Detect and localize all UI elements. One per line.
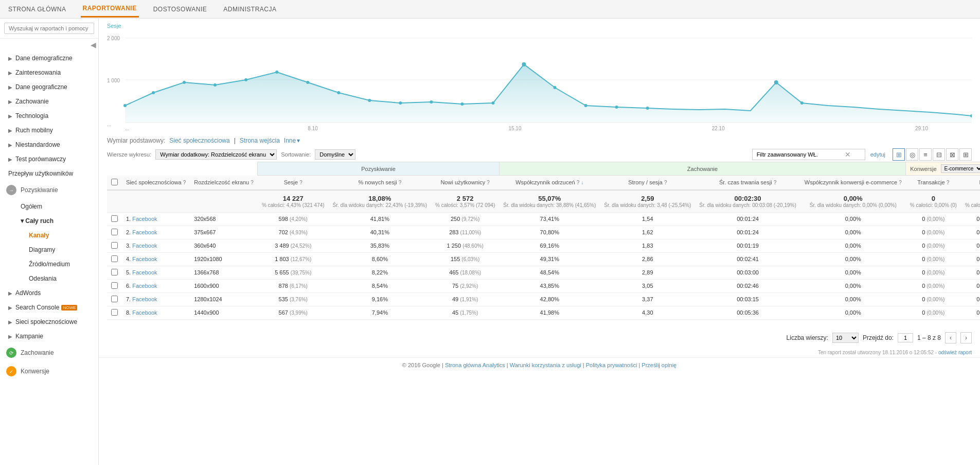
help-icon-sesje[interactable]: ?	[299, 180, 302, 185]
check-col-header	[107, 162, 122, 176]
nav-strona-glowna[interactable]: STRONA GŁÓWNA	[6, 2, 68, 17]
secondary-dimension-select[interactable]: Wymiar dodatkowy: Rozdzielczość ekranu	[155, 149, 277, 160]
table-row: 2. Facebook 375x667 702 (4,93%) 40,31% 2…	[107, 226, 980, 239]
filter-edit-link[interactable]: edytuj	[870, 151, 885, 158]
sidebar-item-dane-geograficzne[interactable]: ▶ Dane geograficzne	[0, 80, 98, 94]
dimension-option-inne[interactable]: Inne ▾	[284, 137, 300, 144]
network-link[interactable]: Facebook	[132, 229, 157, 235]
sidebar-section-zachowanie[interactable]: ⟳ Zachowanie	[0, 343, 98, 362]
sort-select[interactable]: Domyślne	[315, 149, 355, 160]
sidebar-item-adwords[interactable]: ▶ AdWords	[0, 286, 98, 300]
network-link[interactable]: Facebook	[132, 243, 157, 249]
sidebar-item-przeplyw[interactable]: Przepływ użytkowników	[0, 166, 98, 181]
help-icon-nowi[interactable]: ?	[487, 180, 490, 185]
help-icon-nowe[interactable]: ?	[399, 180, 402, 185]
svg-point-11	[244, 78, 247, 81]
lifetable-view-icon[interactable]: ⊞	[959, 148, 972, 161]
nav-raportowanie[interactable]: RAPORTOWANIE	[81, 1, 139, 18]
refresh-report-link[interactable]: odśwież raport	[938, 350, 972, 355]
help-icon-konwersja[interactable]: ?	[899, 180, 902, 185]
sidebar-item-ruch-mobilny[interactable]: ▶ Ruch mobilny	[0, 123, 98, 137]
row-checkbox[interactable]	[111, 242, 118, 249]
row-odrzucen: 73,41%	[499, 212, 600, 226]
footer-link-warunki[interactable]: Warunki korzystania z usługi	[510, 362, 581, 368]
network-link[interactable]: Facebook	[132, 256, 157, 262]
dimension-option-siec[interactable]: Sieć społecznościowa	[169, 137, 229, 144]
pie-view-icon[interactable]: ◎	[906, 148, 918, 161]
help-icon-czas[interactable]: ?	[774, 180, 777, 185]
filter-clear-icon[interactable]: ✕	[845, 150, 851, 159]
footer-link-analytics[interactable]: Strona główna Analytics	[445, 362, 505, 368]
help-icon-strony[interactable]: ?	[664, 180, 667, 185]
summary-nowi: 2 572 % całości: 3,57% (72 094)	[431, 190, 499, 213]
th-strony: Strony / sesja ?	[600, 176, 695, 190]
collapse-icon[interactable]: ◀	[91, 41, 96, 49]
row-checkbox[interactable]	[111, 215, 118, 222]
konwersje-group: Konwersje E-commerce	[906, 162, 980, 176]
rows-per-page-label: Liczba wierszy:	[787, 334, 828, 341]
row-res: 1920x1080	[190, 252, 258, 266]
compare-view-icon[interactable]: ⊠	[946, 148, 958, 161]
sidebar-item-caly-ruch[interactable]: ▾ Cały ruch	[8, 214, 98, 228]
sidebar-item-technologia[interactable]: ▶ Technologia	[0, 109, 98, 123]
rows-per-page-select[interactable]: 10 25 50 100 500 1000 5000	[832, 333, 859, 343]
sidebar-item-ogolam[interactable]: Ogółem	[8, 199, 98, 214]
next-page-button[interactable]: ›	[960, 332, 972, 343]
sidebar-item-zainteresowania[interactable]: ▶ Zainteresowania	[0, 65, 98, 80]
network-link[interactable]: Facebook	[132, 283, 157, 289]
sidebar-item-kampanie[interactable]: ▶ Kampanie	[0, 329, 98, 343]
sidebar-item-sieci[interactable]: ▶ Sieci społecznościowe	[0, 315, 98, 329]
network-link[interactable]: Facebook	[132, 296, 157, 302]
sidebar-item-dane-demograficzne[interactable]: ▶ Dane demograficzne	[0, 51, 98, 65]
help-icon-network[interactable]: ?	[183, 180, 186, 185]
help-icon-trans[interactable]: ?	[947, 180, 950, 185]
row-checkbox[interactable]	[111, 282, 118, 289]
sidebar-item-zrodlo-medium[interactable]: Źródło/medium	[8, 257, 98, 271]
network-link[interactable]: Facebook	[132, 216, 157, 222]
row-checkbox[interactable]	[111, 309, 118, 316]
summary-konwersja: 0,00% Śr. dla widoku danych: 0,00% (0,00…	[800, 190, 906, 213]
table-row: 3. Facebook 360x640 3 489 (24,52%) 35,83…	[107, 239, 980, 252]
select-all-checkbox[interactable]	[111, 179, 118, 185]
sidebar-item-search-console[interactable]: ▶ Search Console NOWE	[0, 300, 98, 315]
row-konwersja: 0,00%	[800, 212, 906, 226]
prev-page-button[interactable]: ‹	[945, 332, 956, 343]
row-num: 6. Facebook	[122, 279, 190, 292]
footer-link-polityka[interactable]: Polityka prywatności	[586, 362, 637, 368]
dimension-option-strona[interactable]: Strona wejścia	[240, 137, 280, 144]
row-nowi: 155 (6,03%)	[431, 252, 499, 266]
row-checkbox[interactable]	[111, 229, 118, 235]
row-przychody: 0,00 zł (0,00%)	[961, 266, 980, 279]
footer-link-opinia[interactable]: Prześlij opinię	[642, 362, 676, 368]
row-czas: 00:03:00	[695, 266, 800, 279]
help-icon-odrzucen[interactable]: ?	[577, 180, 580, 185]
sidebar-item-kanaly[interactable]: Kanały	[8, 228, 98, 243]
table-view-icon[interactable]: ⊞	[893, 148, 905, 161]
svg-point-10	[213, 83, 217, 87]
pivot-view-icon[interactable]: ⊟	[933, 148, 945, 161]
row-checkbox[interactable]	[111, 296, 118, 302]
sidebar-section-konwersje[interactable]: ✓ Konwersje	[0, 362, 98, 381]
row-res: 1600x900	[190, 279, 258, 292]
row-checkbox[interactable]	[111, 255, 118, 262]
sidebar-item-niestandardowe[interactable]: ▶ Niestandardowe	[0, 137, 98, 152]
sidebar-item-odesłania[interactable]: Odesłania	[8, 271, 98, 286]
search-input[interactable]	[4, 23, 94, 34]
sidebar-sub-pozyskiwanie: Ogółem ▾ Cały ruch Kanały Diagramy Źródł…	[0, 199, 98, 286]
sidebar-item-zachowanie[interactable]: ▶ Zachowanie	[0, 94, 98, 109]
help-icon-res[interactable]: ?	[251, 180, 254, 185]
bar-view-icon[interactable]: ≡	[919, 148, 932, 161]
row-konwersja: 0,00%	[800, 252, 906, 266]
network-link[interactable]: Facebook	[132, 269, 157, 275]
sidebar-section-pozyskiwanie[interactable]: → Pozyskiwanie	[0, 181, 98, 199]
go-to-input[interactable]	[898, 333, 913, 342]
nav-administracja[interactable]: ADMINISTRACJA	[221, 2, 278, 17]
row-strony: 2,86	[600, 252, 695, 266]
konwersje-select[interactable]: E-commerce	[941, 164, 980, 173]
network-link[interactable]: Facebook	[132, 309, 157, 316]
th-nowe-sesje: % nowych sesji ?	[329, 176, 431, 190]
sidebar-item-test-porownawczy[interactable]: ▶ Test porównawczy	[0, 152, 98, 166]
sidebar-item-diagramy[interactable]: Diagramy	[8, 243, 98, 257]
nav-dostosowanie[interactable]: DOSTOSOWANIE	[151, 2, 209, 17]
row-checkbox[interactable]	[111, 269, 118, 275]
